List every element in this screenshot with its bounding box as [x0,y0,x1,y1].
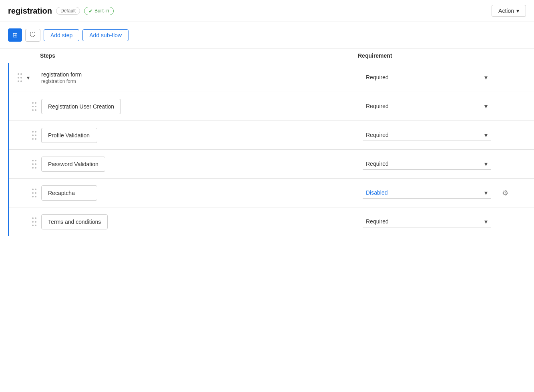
table-row: ▾ registration form registration form Re… [9,63,534,92]
table-header: Steps Requirement [0,48,534,63]
check-icon: ✔ [88,8,93,14]
drag-handle[interactable] [27,215,41,228]
requirement-select[interactable]: Required ▾ [363,101,491,112]
step-name-box: Registration User Creation [41,99,121,114]
grid-view-button[interactable]: ⊞ [8,28,22,42]
requirement-select[interactable]: Required ▾ [363,130,491,141]
requirement-cell: Disabled ▾ [363,187,499,199]
drag-handle[interactable] [27,187,41,199]
step-name-box: Recaptcha [41,185,97,201]
col-steps-header: Steps [40,52,358,59]
toolbar: ⊞ 🛡 Add step Add sub-flow [0,22,534,48]
chevron-down-icon: ▾ [484,189,488,197]
chevron-down-icon: ▾ [484,103,488,110]
requirement-cell: Required ▾ [363,130,499,141]
chevron-down-icon: ▾ [484,131,488,139]
add-step-button[interactable]: Add step [44,29,79,41]
chevron-down-icon: ▾ [484,160,488,168]
builtin-badge: ✔ Built-in [84,7,114,15]
requirement-cell: Required ▾ [363,159,499,170]
chevron-down-icon: ▾ [484,218,488,225]
shield-view-button[interactable]: 🛡 [25,29,40,42]
chevron-down-icon: ▾ [516,8,519,14]
step-name-box: Profile Validation [41,128,97,143]
requirement-cell: Required ▾ [363,216,499,227]
table-row: Registration User Creation Required ▾ [9,92,534,121]
step-cell: Profile Validation [41,128,363,143]
drag-handle[interactable] [27,129,41,142]
chevron-down-icon: ▾ [484,74,488,81]
step-name-box: Password Validation [41,157,105,172]
step-cell: Password Validation [41,157,363,172]
step-cell: Recaptcha [41,185,363,201]
requirement-select[interactable]: Required ▾ [363,159,491,170]
steps-list: ▾ registration form registration form Re… [8,63,534,236]
requirement-select[interactable]: Disabled ▾ [363,187,491,199]
requirement-select[interactable]: Required ▾ [363,216,491,227]
table-row: Recaptcha Disabled ▾ ⚙ [9,179,534,207]
add-subflow-button[interactable]: Add sub-flow [82,29,128,41]
action-button[interactable]: Action ▾ [492,5,526,17]
expand-icon[interactable]: ▾ [27,74,41,81]
page-header: registration Default ✔ Built-in Action ▾ [0,0,534,22]
header-left: registration Default ✔ Built-in [8,6,114,16]
step-name-box: Terms and conditions [41,214,108,229]
gear-icon[interactable]: ⚙ [502,189,508,197]
table-row: Terms and conditions Required ▾ [9,207,534,236]
col-requirement-header: Requirement [358,52,494,59]
shield-icon: 🛡 [30,32,36,39]
actions-cell[interactable]: ⚙ [499,189,531,197]
table-row: Password Validation Required ▾ [9,150,534,179]
grid-icon: ⊞ [12,31,18,39]
step-cell: Terms and conditions [41,214,363,229]
drag-handle[interactable] [12,71,27,84]
drag-handle[interactable] [27,100,41,113]
step-cell: Registration User Creation [41,99,363,114]
requirement-cell: Required ▾ [363,101,499,112]
table-row: Profile Validation Required ▾ [9,121,534,150]
requirement-cell: Required ▾ [363,72,499,83]
page-title: registration [8,6,52,16]
requirement-select[interactable]: Required ▾ [363,72,491,83]
drag-handle[interactable] [27,158,41,171]
step-name-parent: registration form registration form [41,71,363,84]
default-badge: Default [56,7,80,15]
